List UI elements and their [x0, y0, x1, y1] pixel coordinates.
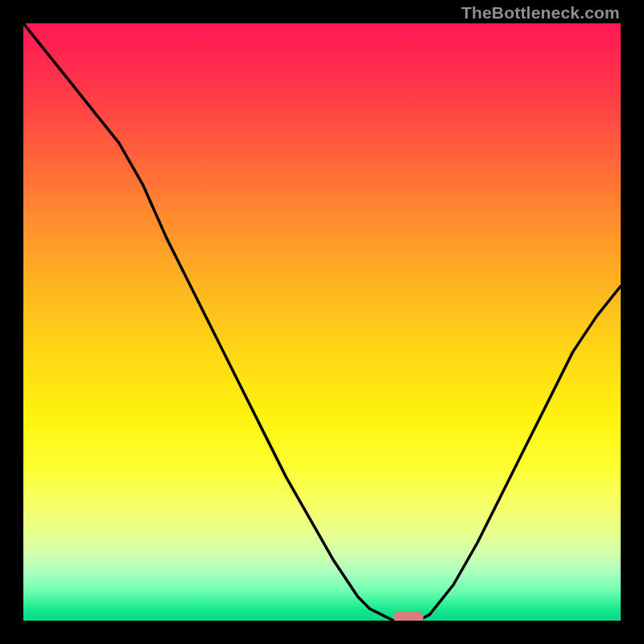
- chart-frame: TheBottleneck.com: [0, 0, 644, 644]
- plot-area: [23, 23, 621, 621]
- watermark-text: TheBottleneck.com: [461, 3, 620, 23]
- optimal-marker: [394, 611, 423, 621]
- gradient-background: [23, 23, 621, 621]
